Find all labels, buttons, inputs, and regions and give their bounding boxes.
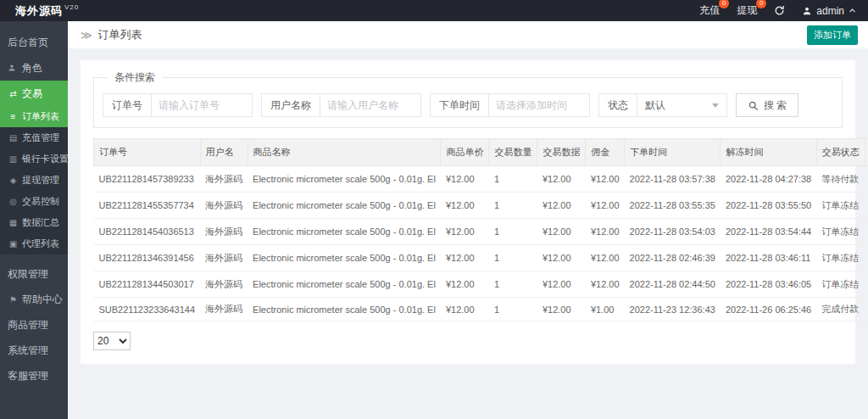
sidebar-item-help-center[interactable]: ⚑ 帮助中心 (0, 287, 68, 312)
sidebar-item-label: 权限管理 (8, 267, 48, 282)
sidebar-item-data-summary[interactable]: ▦ 数据汇总 (0, 212, 68, 233)
order-time-label: 下单时间 (431, 94, 489, 116)
cell-order-time: 2022-11-28 03:55:35 (625, 193, 721, 219)
topbar-actions: 充值0 提现0 admin (699, 3, 856, 18)
cell-unfreeze-time: 2022-11-28 03:54:44 (721, 219, 816, 245)
order-no-label: 订单号 (103, 94, 152, 116)
order-table-body: UB2211281457389233 海外源码 Electronic micro… (94, 166, 868, 321)
sidebar-item-service-manage[interactable]: 客服管理 (0, 363, 68, 388)
refresh-icon[interactable] (774, 5, 785, 16)
search-button-label: 搜 索 (764, 98, 787, 113)
help-flag-icon: ⚑ (8, 295, 19, 304)
cell-commission: ¥12.00 (586, 166, 625, 193)
app-logo: 海外源码V20 (15, 3, 79, 19)
cell-action: 手动解冻 (865, 245, 868, 271)
page-size-select[interactable]: 20 (93, 332, 131, 350)
cell-commission: ¥12.00 (586, 271, 625, 298)
cell-order-id: UB2211281454036513 (94, 219, 201, 245)
sidebar-item-label: 角色 (22, 61, 42, 75)
sidebar-item-bank-card-settings[interactable]: ▥ 银行卡设置 (0, 148, 68, 170)
sidebar-item-order-list[interactable]: ≡ 订单列表 (0, 106, 68, 127)
sidebar-item-trade[interactable]: ⇄ 交易 (0, 81, 68, 106)
withdraw-link[interactable]: 提现0 (737, 3, 757, 18)
cell-quantity: 1 (489, 166, 537, 193)
order-no-input[interactable] (152, 94, 252, 116)
trade-control-icon: ◎ (8, 197, 19, 206)
role-person-icon (8, 64, 19, 72)
cell-action (865, 298, 868, 321)
chevron-down-icon (712, 103, 719, 108)
cell-commission: ¥12.00 (586, 219, 625, 245)
add-order-button[interactable]: 添加订单 (807, 25, 858, 45)
cell-quantity: 1 (489, 193, 537, 219)
sidebar-item-label: 提现管理 (22, 174, 59, 187)
search-filters: 订单号 用户名称 下单时间 状态 默认 (103, 93, 833, 117)
chevron-up-icon (849, 7, 856, 14)
order-list-icon: ≡ (8, 112, 19, 121)
cell-order-id: UB2211281457389233 (94, 166, 201, 193)
sidebar: 后台首页 角色 ⇄ 交易 ≡ 订单列表 ▤ 充值管理 ▥ 银行卡设置 (0, 21, 68, 419)
cell-trade-status: 订单冻结 (816, 271, 865, 298)
sidebar-item-label: 商品管理 (8, 318, 48, 332)
sidebar-item-permission[interactable]: 权限管理 (0, 261, 68, 287)
col-username: 用户名 (200, 139, 248, 166)
col-order-id: 订单号 (94, 139, 201, 166)
sidebar-item-home[interactable]: 后台首页 (0, 30, 68, 55)
col-actions: 操作 (865, 139, 868, 166)
username-field-group: 用户名称 (261, 93, 421, 117)
sidebar-item-system-manage[interactable]: 系统管理 (0, 338, 68, 363)
agent-list-icon: ▣ (8, 239, 19, 249)
withdraw-manage-icon: ◈ (8, 176, 19, 185)
cell-username: 海外源码 (200, 271, 248, 298)
search-icon (748, 100, 759, 111)
table-header-row: 订单号 用户名 商品名称 商品单价 交易数量 交易数据 佣金 下单时间 解冻时间… (94, 139, 868, 166)
sidebar-item-role[interactable]: 角色 (0, 55, 68, 81)
user-menu[interactable]: admin (802, 5, 856, 17)
cell-unfreeze-time: 2022-11-28 03:46:05 (721, 271, 816, 298)
status-label: 状态 (599, 94, 637, 116)
cell-unit-price: ¥12.00 (441, 193, 489, 219)
order-table: 订单号 用户名 商品名称 商品单价 交易数量 交易数据 佣金 下单时间 解冻时间… (93, 138, 868, 321)
data-summary-icon: ▦ (8, 218, 19, 227)
status-field-group: 状态 默认 (598, 93, 727, 117)
status-select[interactable]: 默认 (637, 94, 726, 116)
sidebar-item-label: 订单列表 (22, 110, 59, 123)
col-product-name: 商品名称 (248, 139, 441, 166)
cell-trade-amount: ¥12.00 (537, 193, 586, 219)
username-input[interactable] (320, 94, 420, 116)
recharge-link[interactable]: 充值0 (699, 3, 720, 18)
sidebar-item-trade-control[interactable]: ◎ 交易控制 (0, 191, 68, 212)
bank-card-icon: ▥ (8, 154, 19, 164)
cell-trade-amount: ¥12.00 (537, 271, 586, 298)
withdraw-badge: 0 (756, 0, 766, 8)
trade-icon: ⇄ (8, 89, 19, 98)
cell-username: 海外源码 (200, 193, 248, 219)
search-fieldset: 条件搜索 订单号 用户名称 下单时间 状态 (93, 70, 843, 128)
cell-username: 海外源码 (200, 166, 248, 193)
col-order-time: 下单时间 (625, 139, 721, 166)
table-row: UB2211281455357734 海外源码 Electronic micro… (94, 193, 868, 219)
cell-order-time: 2022-11-28 03:54:03 (625, 219, 721, 245)
cell-order-id: UB2211281346391456 (94, 245, 201, 271)
sidebar-item-goods-manage[interactable]: 商品管理 (0, 312, 68, 338)
cell-unfreeze-time: 2022-11-28 04:27:38 (721, 166, 816, 193)
sidebar-item-label: 银行卡设置 (22, 153, 68, 165)
cell-trade-status: 等待付款 (816, 166, 865, 193)
topbar: 海外源码V20 充值0 提现0 admin (0, 0, 868, 21)
sidebar-item-withdraw-manage[interactable]: ◈ 提现管理 (0, 170, 68, 191)
cell-product-name: Electronic micrometer scale 500g - 0.01g… (248, 193, 441, 219)
cell-quantity: 1 (489, 271, 537, 298)
username-field-label: 用户名称 (262, 94, 320, 116)
sidebar-item-label: 交易控制 (22, 195, 59, 208)
order-time-input[interactable] (489, 94, 589, 116)
user-icon (802, 6, 812, 16)
sidebar-item-agent-list[interactable]: ▣ 代理列表 (0, 233, 68, 254)
recharge-label: 充值 (699, 4, 720, 16)
cell-unfreeze-time: 2022-11-28 03:55:50 (721, 193, 816, 219)
search-button[interactable]: 搜 索 (736, 93, 798, 117)
cell-trade-amount: ¥12.00 (537, 166, 586, 193)
sidebar-item-recharge-manage[interactable]: ▤ 充值管理 (0, 127, 68, 148)
sidebar-item-label: 数据汇总 (22, 216, 59, 229)
table-row: UB2211281344503017 海外源码 Electronic micro… (94, 271, 868, 298)
main-content: ≫ 订单列表 添加订单 条件搜索 订单号 用户名称 下单时间 (68, 21, 868, 419)
